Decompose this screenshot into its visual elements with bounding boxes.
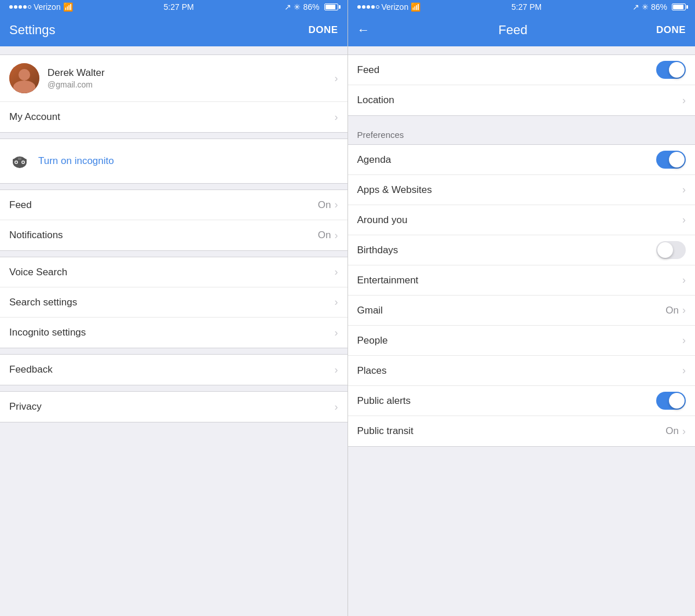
- search-settings-row[interactable]: Search settings ›: [0, 287, 348, 318]
- entertainment-row[interactable]: Entertainment ›: [348, 265, 696, 296]
- agenda-row[interactable]: Agenda: [348, 145, 696, 175]
- status-right-left: ↗ ✳ 86%: [284, 2, 338, 12]
- incognito-settings-chevron: ›: [335, 327, 338, 339]
- agenda-label: Agenda: [357, 154, 657, 166]
- preferences-header: Preferences: [348, 122, 696, 144]
- incognito-settings-label: Incognito settings: [9, 327, 335, 338]
- public-alerts-row[interactable]: Public alerts: [348, 386, 696, 416]
- public-transit-label: Public transit: [357, 425, 666, 437]
- r-signal-dot-5: [376, 5, 379, 9]
- preferences-card: Agenda Apps & Websites › Around you › Bi…: [348, 144, 696, 447]
- feedback-label: Feedback: [9, 364, 335, 376]
- profile-email: @gmail.com: [47, 80, 335, 89]
- location-icon-right: ↗: [632, 2, 639, 12]
- agenda-knob: [669, 152, 685, 167]
- avatar: [9, 63, 39, 93]
- public-transit-row[interactable]: Public transit On ›: [348, 416, 696, 446]
- public-transit-value: On: [665, 425, 679, 437]
- privacy-row[interactable]: Privacy ›: [0, 392, 348, 422]
- profile-name: Derek Walter: [47, 67, 335, 79]
- birthdays-knob: [657, 242, 673, 258]
- feedback-card: Feedback ›: [0, 354, 348, 385]
- location-chevron: ›: [682, 94, 686, 107]
- birthdays-label: Birthdays: [357, 245, 657, 256]
- wifi-icon-left: 📶: [63, 2, 73, 12]
- apps-websites-label: Apps & Websites: [357, 184, 683, 196]
- feed-toggle-knob: [669, 62, 685, 78]
- location-row[interactable]: Location ›: [348, 85, 696, 115]
- around-you-chevron: ›: [682, 214, 686, 226]
- signal-dot-1: [9, 5, 13, 9]
- notifications-value: On: [318, 229, 331, 241]
- page-title-left: Settings: [9, 23, 56, 38]
- page-title-right: Feed: [499, 23, 528, 38]
- public-alerts-label: Public alerts: [357, 395, 657, 407]
- people-row[interactable]: People ›: [348, 326, 696, 356]
- places-row[interactable]: Places ›: [348, 356, 696, 386]
- gmail-row[interactable]: Gmail On ›: [348, 296, 696, 326]
- scroll-content-left: Derek Walter @gmail.com › My Account ›: [0, 46, 348, 616]
- feed-row-value: On: [318, 199, 331, 211]
- bluetooth-icon-left: ✳: [294, 2, 301, 12]
- around-you-row[interactable]: Around you ›: [348, 205, 696, 235]
- feed-toggle-label: Feed: [357, 64, 657, 76]
- around-you-label: Around you: [357, 214, 683, 226]
- gmail-label: Gmail: [357, 305, 666, 316]
- birthdays-toggle[interactable]: [656, 241, 686, 259]
- privacy-card: Privacy ›: [0, 391, 348, 422]
- my-account-label: My Account: [9, 111, 335, 123]
- feed-toggle-row[interactable]: Feed: [348, 55, 696, 85]
- time-right: 5:27 PM: [511, 2, 542, 12]
- birthdays-row[interactable]: Birthdays: [348, 235, 696, 265]
- agenda-toggle[interactable]: [656, 151, 686, 169]
- my-account-row[interactable]: My Account ›: [0, 102, 348, 132]
- entertainment-label: Entertainment: [357, 275, 683, 286]
- profile-chevron: ›: [335, 72, 338, 85]
- bluetooth-icon-right: ✳: [642, 2, 649, 12]
- back-arrow-icon: ←: [357, 24, 370, 37]
- feed-toggle-switch[interactable]: [656, 61, 686, 79]
- profile-row[interactable]: Derek Walter @gmail.com ›: [0, 55, 348, 102]
- apps-websites-row[interactable]: Apps & Websites ›: [348, 175, 696, 205]
- profile-info: Derek Walter @gmail.com: [47, 67, 335, 89]
- incognito-card: Turn on incognito: [0, 138, 348, 184]
- feedback-chevron: ›: [335, 364, 338, 376]
- battery-fill-right: [673, 5, 683, 9]
- feedback-row[interactable]: Feedback ›: [0, 355, 348, 385]
- public-alerts-toggle[interactable]: [656, 392, 686, 410]
- back-button[interactable]: ←: [357, 24, 370, 37]
- feed-row-label: Feed: [9, 199, 318, 211]
- signal-dot-5: [28, 5, 31, 9]
- privacy-label: Privacy: [9, 401, 335, 413]
- feed-top-card: Feed Location ›: [348, 54, 696, 116]
- people-chevron: ›: [682, 334, 686, 347]
- nav-bar-right: ← Feed DONE: [348, 14, 696, 46]
- svg-rect-6: [18, 158, 21, 160]
- gmail-value: On: [665, 305, 679, 316]
- signal-dot-4: [23, 5, 27, 9]
- entertainment-chevron: ›: [682, 274, 686, 286]
- r-signal-dot-3: [367, 5, 370, 9]
- scroll-content-right: Feed Location › Preferences Agenda: [348, 46, 696, 616]
- voice-search-row[interactable]: Voice Search ›: [0, 257, 348, 287]
- gmail-chevron: ›: [682, 304, 686, 316]
- search-settings-label: Search settings: [9, 297, 335, 308]
- svg-point-5: [23, 162, 24, 163]
- feed-row[interactable]: Feed On ›: [0, 190, 348, 220]
- notifications-chevron: ›: [335, 229, 338, 242]
- signal-dot-2: [14, 5, 17, 9]
- notifications-row[interactable]: Notifications On ›: [0, 220, 348, 250]
- right-panel: Verizon 📶 5:27 PM ↗ ✳ 86% ← Feed DONE Fe…: [348, 0, 696, 616]
- apps-websites-chevron: ›: [682, 184, 686, 196]
- incognito-settings-row[interactable]: Incognito settings ›: [0, 318, 348, 348]
- profile-card: Derek Walter @gmail.com › My Account ›: [0, 54, 348, 133]
- done-button-left[interactable]: DONE: [308, 24, 338, 36]
- feed-notifications-card: Feed On › Notifications On ›: [0, 189, 348, 251]
- voice-search-chevron: ›: [335, 266, 338, 278]
- public-transit-chevron: ›: [682, 425, 686, 438]
- battery-icon-left: [324, 3, 338, 10]
- location-icon-left: ↗: [284, 2, 291, 12]
- done-button-right[interactable]: DONE: [656, 24, 686, 36]
- incognito-row[interactable]: Turn on incognito: [0, 139, 348, 183]
- status-bar-left: Verizon 📶 5:27 PM ↗ ✳ 86%: [0, 0, 348, 14]
